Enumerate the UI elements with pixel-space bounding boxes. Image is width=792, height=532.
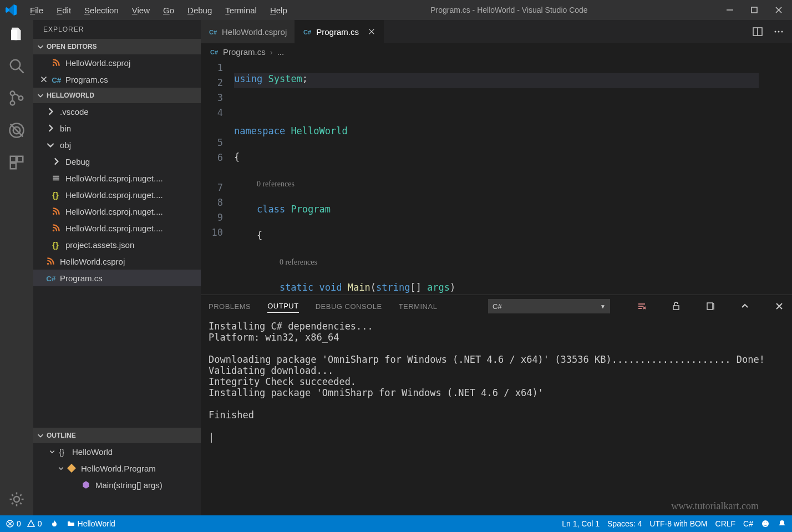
clear-output-icon[interactable]	[637, 301, 647, 311]
tree-item[interactable]: Debug	[33, 153, 201, 170]
output-content[interactable]: Installing C# dependencies... Platform: …	[201, 317, 792, 515]
tree-item[interactable]: bin	[33, 120, 201, 136]
tree-item-label: .vscode	[60, 107, 89, 116]
open-editor-item[interactable]: C# Program.cs	[33, 71, 201, 88]
open-editors-header[interactable]: OPEN EDITORS	[33, 39, 201, 54]
menu-terminal[interactable]: Terminal	[220, 3, 262, 17]
close-tab-icon[interactable]	[368, 28, 375, 36]
folder-icon	[67, 519, 75, 528]
extensions-icon[interactable]	[8, 154, 25, 171]
editor-tab[interactable]: C# HelloWorld.csproj	[201, 20, 295, 43]
search-icon[interactable]	[8, 58, 25, 74]
svg-text:{}: {}	[52, 191, 59, 200]
open-editor-item[interactable]: HelloWorld.csproj	[33, 54, 201, 71]
menu-file[interactable]: File	[24, 3, 49, 17]
panel-tab-problems[interactable]: PROBLEMS	[209, 300, 251, 313]
tree-item[interactable]: HelloWorld.csproj.nuget....	[33, 170, 201, 186]
menu-debug[interactable]: Debug	[182, 3, 217, 17]
activity-bar	[0, 20, 33, 515]
breadcrumbs[interactable]: C# Program.cs › ...	[201, 43, 792, 60]
more-icon[interactable]	[773, 26, 784, 37]
close-icon[interactable]	[774, 6, 783, 14]
panel-tab-terminal[interactable]: TERMINAL	[399, 300, 438, 313]
maximize-panel-icon[interactable]	[740, 301, 750, 311]
minimize-icon[interactable]	[725, 6, 734, 14]
svg-point-38	[778, 31, 780, 33]
svg-text:C#: C#	[303, 29, 311, 36]
project-header[interactable]: HELLOWORLD	[33, 88, 201, 103]
close-panel-icon[interactable]	[774, 301, 784, 311]
line-gutter: 12345678910	[201, 60, 234, 295]
outline-label: HelloWorld	[72, 447, 113, 457]
sidebar-title: EXPLORER	[33, 20, 201, 39]
explorer-icon[interactable]	[8, 26, 25, 42]
tree-item-label: bin	[60, 124, 71, 133]
status-warning-count: 0	[38, 519, 42, 528]
tree-item[interactable]: HelloWorld.csproj.nuget....	[33, 203, 201, 220]
panel-tab-output[interactable]: OUTPUT	[267, 300, 298, 313]
svg-rect-30	[67, 464, 76, 473]
tree-item[interactable]: C#Program.cs	[33, 270, 201, 286]
breadcrumb-more: ...	[277, 47, 285, 57]
project-header-label: HELLOWORLD	[47, 92, 94, 99]
chevron-down-icon	[37, 92, 44, 99]
tree-item-label: Program.cs	[60, 273, 103, 283]
tree-item-label: HelloWorld.csproj	[60, 257, 125, 266]
menu-view[interactable]: View	[126, 3, 155, 17]
source-control-icon[interactable]	[8, 90, 25, 107]
tree-item[interactable]: HelloWorld.csproj	[33, 253, 201, 270]
status-encoding[interactable]: UTF-8 with BOM	[649, 519, 707, 528]
tree-item[interactable]: HelloWorld.csproj.nuget....	[33, 220, 201, 236]
menu-selection[interactable]: Selection	[79, 3, 124, 17]
svg-rect-46	[673, 306, 679, 310]
status-feedback[interactable]	[761, 519, 770, 528]
svg-point-24	[53, 213, 54, 215]
tree-item[interactable]: {}HelloWorld.csproj.nuget....	[33, 186, 201, 203]
svg-text:{}: {}	[59, 448, 64, 457]
status-errors[interactable]: 0 0	[6, 519, 42, 528]
rss-icon	[51, 58, 61, 68]
editor-group: C# HelloWorld.csproj C# Program.cs C# Pr…	[201, 20, 792, 515]
status-eol[interactable]: CRLF	[715, 519, 736, 528]
code-content[interactable]: using System; namespace HelloWorld { 0 r…	[234, 60, 759, 295]
menu-edit[interactable]: Edit	[51, 3, 77, 17]
status-language[interactable]: C#	[743, 519, 753, 528]
tree-item[interactable]: obj	[33, 136, 201, 153]
svg-point-39	[781, 31, 783, 33]
tree-item[interactable]: .vscode	[33, 103, 201, 120]
maximize-icon[interactable]	[750, 6, 759, 14]
bottom-panel: PROBLEMS OUTPUT DEBUG CONSOLE TERMINAL C…	[201, 295, 792, 515]
code-editor[interactable]: 12345678910 using System; namespace Hell…	[201, 60, 792, 295]
settings-gear-icon[interactable]	[8, 491, 25, 508]
svg-point-7	[11, 101, 15, 105]
minimap[interactable]	[759, 60, 792, 295]
menu-help[interactable]: Help	[265, 3, 293, 17]
status-flame[interactable]	[50, 519, 59, 528]
status-folder[interactable]: HelloWorld	[67, 519, 115, 528]
editor-tab[interactable]: C# Program.cs	[295, 20, 384, 43]
svg-text:C#: C#	[209, 29, 217, 36]
split-editor-icon[interactable]	[752, 26, 763, 37]
outline-item[interactable]: {}HelloWorld	[33, 443, 201, 460]
panel-tab-debug-console[interactable]: DEBUG CONSOLE	[316, 300, 382, 313]
status-indentation[interactable]: Spaces: 4	[607, 519, 642, 528]
window-title: Program.cs - HelloWorld - Visual Studio …	[293, 6, 725, 14]
output-channel-selector[interactable]: C# ▼	[488, 299, 610, 313]
lock-scroll-icon[interactable]	[671, 301, 681, 311]
close-icon[interactable]	[39, 74, 49, 84]
svg-point-8	[19, 96, 23, 100]
outline-item[interactable]: Main(string[] args)	[33, 477, 201, 493]
status-cursor-position[interactable]: Ln 1, Col 1	[562, 519, 600, 528]
outline-item[interactable]: HelloWorld.Program	[33, 460, 201, 477]
open-log-icon[interactable]	[705, 301, 715, 311]
code-lens[interactable]: 0 references	[257, 180, 295, 188]
tree-item[interactable]: {}project.assets.json	[33, 236, 201, 253]
tree-item-label: Debug	[65, 157, 90, 166]
menu-go[interactable]: Go	[158, 3, 180, 17]
outline-header[interactable]: OUTLINE	[33, 428, 201, 443]
debug-icon[interactable]	[8, 122, 25, 139]
tabs-actions	[752, 20, 792, 43]
status-notifications[interactable]	[778, 519, 786, 528]
code-lens[interactable]: 0 references	[280, 258, 317, 266]
outline-header-label: OUTLINE	[47, 432, 76, 439]
